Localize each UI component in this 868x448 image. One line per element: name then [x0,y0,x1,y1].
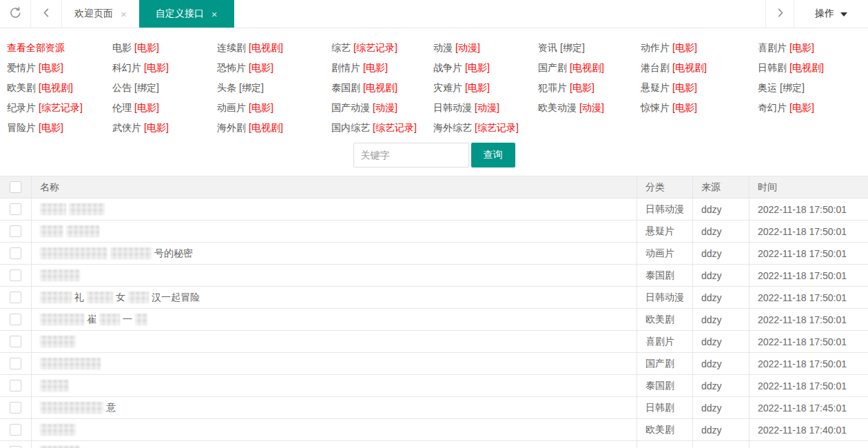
category-link[interactable]: 奥运[绑定] [758,78,861,98]
category-link[interactable]: 头条[绑定] [217,78,331,98]
tab-active[interactable]: 自定义接口× [139,0,234,28]
prev-tab-button[interactable] [31,0,62,28]
row-category: 欧美剧 [637,419,693,440]
row-source: ddzy [693,309,750,330]
category-tag: [电影] [363,62,388,74]
row-checkbox[interactable] [10,269,21,281]
category-label: 海外剧 [217,122,246,134]
select-all-checkbox[interactable] [10,181,21,193]
category-tag: [电影] [249,62,273,74]
category-grid: 查看全部资源电影[电影]连续剧[电视剧]综艺[综艺记录]动漫[动漫]资讯[绑定]… [7,38,861,138]
category-label: 查看全部资源 [7,42,65,54]
row-checkbox-cell [0,353,32,374]
tab-close-icon[interactable]: × [211,9,218,19]
category-link[interactable]: 动作片[电影] [641,38,758,58]
category-link[interactable]: 海外剧[电视剧] [217,118,331,138]
category-link[interactable]: 恐怖片[电影] [217,58,331,78]
category-link[interactable]: 国产剧[电视剧] [538,58,641,78]
search-button[interactable]: 查询 [471,143,515,167]
category-link[interactable]: 国产动漫[动漫] [331,98,433,118]
next-tab-button[interactable] [765,0,794,28]
category-link[interactable]: 战争片[电影] [433,58,538,78]
search-input[interactable] [353,143,469,167]
category-tag: [电视剧] [672,62,707,74]
row-checkbox[interactable] [10,225,21,237]
category-link[interactable]: 科幻片[电影] [112,58,217,78]
row-checkbox[interactable] [10,247,21,259]
row-source: ddzy [693,397,750,418]
category-tag: [电影] [672,102,697,114]
category-link[interactable]: 灾难片[电影] [433,78,538,98]
category-link[interactable]: 电影[电影] [112,38,217,58]
row-checkbox[interactable] [10,314,21,325]
category-tag: [综艺记录] [475,122,519,134]
row-checkbox-cell [0,265,32,286]
category-link[interactable]: 惊悚片[电影] [641,98,758,118]
category-label: 纪录片 [7,102,36,114]
category-link[interactable]: 泰国剧[电视剧] [331,78,433,98]
category-link[interactable]: 悬疑片[电影] [641,78,758,98]
category-link[interactable]: 日韩动漫[动漫] [433,98,538,118]
category-link[interactable]: 剧情片[电影] [331,58,433,78]
category-link[interactable]: 伦理[电影] [112,98,217,118]
category-label: 动漫 [433,42,453,54]
category-link[interactable]: 海外综艺[综艺记录] [433,118,538,138]
row-checkbox[interactable] [10,203,21,215]
tab-close-icon[interactable]: × [121,9,127,19]
category-link[interactable]: 日韩剧[电视剧] [758,58,861,78]
category-label: 战争片 [433,62,462,74]
category-link[interactable]: 公告[绑定] [112,78,217,98]
row-source: ddzy [693,265,750,286]
category-link[interactable]: 犯罪片[电影] [538,78,641,98]
category-tag: [电视剧] [249,42,283,54]
category-tag: [电视剧] [249,122,283,134]
category-link[interactable]: 资讯[绑定] [538,38,641,58]
category-link[interactable]: 武侠片[电影] [112,118,217,138]
category-link[interactable]: 综艺[综艺记录] [331,38,433,58]
topbar-spacer [414,0,766,28]
category-link[interactable]: 国内综艺[综艺记录] [331,118,433,138]
row-checkbox-cell [0,243,32,264]
category-label: 国内综艺 [331,122,370,134]
row-time: 2022-11-18 17:50:01 [750,287,868,308]
category-label: 奥运 [758,82,777,94]
row-checkbox[interactable] [10,380,21,391]
tab-bar: 欢迎页面×自定义接口× [62,0,414,28]
category-tag: [电视剧] [363,82,397,94]
view-all-resources-link[interactable]: 查看全部资源 [7,38,112,58]
tab[interactable]: 欢迎页面× [62,0,139,28]
category-link[interactable]: 喜剧片[电影] [758,38,861,58]
category-link[interactable]: 冒险片[电影] [7,118,112,138]
category-link[interactable]: 爱情片[电影] [7,58,112,78]
category-link[interactable]: 纪录片[综艺记录] [7,98,112,118]
category-label: 爱情片 [7,62,36,74]
category-link[interactable]: 欧美动漫[动漫] [538,98,641,118]
category-link[interactable]: 动漫[动漫] [433,38,538,58]
category-link[interactable]: 连续剧[电视剧] [217,38,331,58]
tab-label: 欢迎页面 [74,8,113,20]
category-link[interactable]: 港台剧[电视剧] [641,58,758,78]
table-row: 悬疑片ddzy2022-11-18 17:50:01 [0,221,868,243]
name-text-fragment: 崔 [87,314,96,326]
actions-dropdown[interactable]: 操作 [794,0,868,28]
refresh-button[interactable] [0,0,31,28]
row-checkbox[interactable] [10,336,21,347]
row-checkbox[interactable] [10,424,21,436]
category-tag: [动漫] [455,42,480,54]
category-link[interactable]: 奇幻片[电影] [758,98,861,118]
censored-name-block [69,203,105,215]
table-row: 欧美剧ddzy2022-11-18 17:40:01 [0,419,868,441]
category-link[interactable]: 动画片[电影] [217,98,331,118]
category-label: 头条 [217,82,236,94]
category-link[interactable]: 欧美剧[电视剧] [7,78,112,98]
row-name: 号的秘密 [32,243,637,264]
refresh-icon [8,6,23,23]
category-label: 伦理 [112,102,132,114]
row-checkbox[interactable] [10,358,21,369]
category-tag: [动漫] [373,102,397,114]
row-checkbox[interactable] [10,292,21,303]
row-checkbox-cell [0,375,32,396]
row-checkbox[interactable] [10,402,21,414]
category-label: 动画片 [217,102,246,114]
row-checkbox-cell [0,419,32,440]
